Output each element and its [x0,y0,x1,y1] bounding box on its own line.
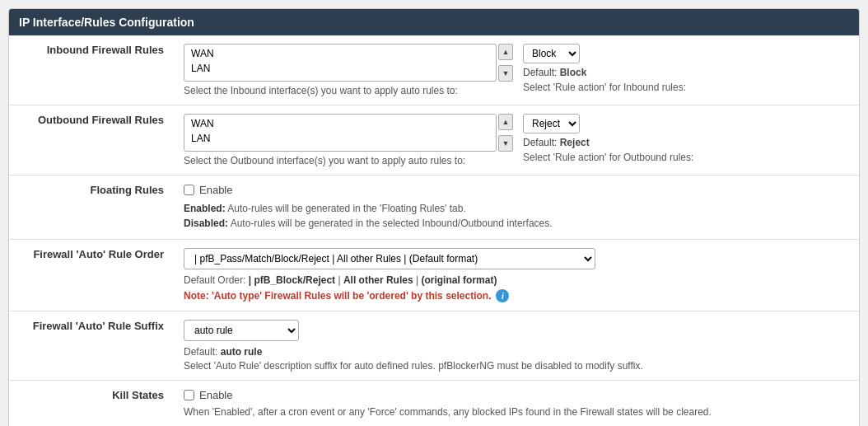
outbound-interface-select[interactable]: WAN LAN [184,114,497,152]
config-panel: IP Interface/Rules Configuration Inbound… [8,8,860,426]
rule-order-default: Default Order: | pfB_Block/Reject | All … [184,274,849,286]
outbound-default-value: Reject [560,137,590,148]
outbound-arrows: ▲ ▼ [498,114,513,152]
inbound-inner: WAN LAN ▲ ▼ Select the Inbound interface… [184,44,849,96]
floating-enabled-text: Enabled: [184,203,226,214]
outbound-scroll-down[interactable]: ▼ [498,135,513,152]
rule-suffix-desc: Select 'Auto Rule' description suffix fo… [184,360,849,372]
info-icon[interactable]: i [496,289,509,302]
outbound-desc: Select the Outbound interface(s) you wan… [184,155,513,166]
inbound-interface-select[interactable]: WAN LAN [184,44,497,82]
inbound-select-arrows: WAN LAN ▲ ▼ [184,44,513,82]
inbound-select-wrap: WAN LAN ▲ ▼ Select the Inbound interface… [184,44,513,96]
rule-suffix-label: Firewall 'Auto' Rule Suffix [9,311,174,381]
rule-order-row: Firewall 'Auto' Rule Order | pfB_Pass/Ma… [9,240,859,311]
floating-disabled-desc: Auto-rules will be generated in the sele… [231,218,553,229]
outbound-default-text: Default: Reject [523,137,693,148]
kill-states-controls: Enable When 'Enabled', after a cron even… [174,381,859,427]
inbound-action-wrap: Block Reject Pass Default: Block Select … [523,44,686,93]
floating-checkbox-row: Enable [184,184,849,196]
rule-order-default-part2: All other Rules [343,274,413,286]
outbound-scroll-up[interactable]: ▲ [498,114,513,130]
inbound-arrows: ▲ ▼ [498,44,513,82]
outbound-action-desc: Select 'Rule action' for Outbound rules: [523,152,693,163]
panel-title: IP Interface/Rules Configuration [9,9,859,35]
outbound-action-select[interactable]: Block Reject Pass [523,114,580,133]
floating-controls: Enable Enabled: Auto-rules will be gener… [174,176,859,240]
kill-states-row: Kill States Enable When 'Enabled', after… [9,381,859,427]
floating-desc: Enabled: Auto-rules will be generated in… [184,201,849,231]
rule-order-default-label: Default Order: [184,274,245,286]
inbound-default-value: Block [560,67,587,78]
rule-order-note: Note: 'Auto type' Firewall Rules will be… [184,289,849,302]
suffix-default-value: auto rule [221,346,263,358]
rule-order-default-part3: (original format) [421,274,497,286]
kill-states-checkbox-label: Enable [199,389,232,401]
config-table: Inbound Firewall Rules WAN LAN ▲ ▼ [9,35,859,426]
inbound-action-select[interactable]: Block Reject Pass [523,44,580,63]
rule-order-label: Firewall 'Auto' Rule Order [9,240,174,311]
inbound-row: Inbound Firewall Rules WAN LAN ▲ ▼ [9,35,859,105]
floating-enabled-desc: Auto-rules will be generated in the 'Flo… [227,203,465,214]
rule-suffix-row: Firewall 'Auto' Rule Suffix auto rule De… [9,311,859,381]
rule-suffix-controls: auto rule Default: auto rule Select 'Aut… [174,311,859,381]
floating-disabled-text: Disabled: [184,218,228,229]
floating-checkbox-label: Enable [199,184,232,196]
inbound-scroll-up[interactable]: ▲ [498,44,513,60]
outbound-controls: WAN LAN ▲ ▼ Select the Outbound interfac… [174,105,859,176]
outbound-row: Outbound Firewall Rules WAN LAN ▲ ▼ [9,105,859,176]
kill-states-checkbox[interactable] [184,390,194,400]
outbound-select-arrows: WAN LAN ▲ ▼ [184,114,513,152]
rule-order-note-text: Note: 'Auto type' Firewall Rules will be… [184,290,491,302]
floating-checkbox[interactable] [184,185,194,195]
inbound-default-text: Default: Block [523,67,686,78]
rule-order-default-part1: | pfB_Block/Reject [249,274,335,286]
inbound-action-desc: Select 'Rule action' for Inbound rules: [523,82,686,93]
floating-label: Floating Rules [9,176,174,240]
outbound-inner: WAN LAN ▲ ▼ Select the Outbound interfac… [184,114,849,166]
floating-row: Floating Rules Enable Enabled: Auto-rule… [9,176,859,240]
outbound-label: Outbound Firewall Rules [9,105,174,176]
rule-order-controls: | pfB_Pass/Match/Block/Reject | All othe… [174,240,859,311]
inbound-scroll-down[interactable]: ▼ [498,65,513,82]
kill-states-label: Kill States [9,381,174,427]
inbound-label: Inbound Firewall Rules [9,35,174,105]
inbound-desc: Select the Inbound interface(s) you want… [184,85,513,96]
kill-states-desc: When 'Enabled', after a cron event or an… [184,406,849,418]
rule-suffix-default: Default: auto rule [184,346,849,358]
outbound-default-label: Default: [523,137,557,148]
inbound-controls: WAN LAN ▲ ▼ Select the Inbound interface… [174,35,859,105]
rule-order-select[interactable]: | pfB_Pass/Match/Block/Reject | All othe… [184,248,595,269]
suffix-default-label: Default: [184,346,217,358]
kill-states-checkbox-row: Enable [184,389,849,401]
inbound-default-label: Default: [523,67,557,78]
outbound-action-wrap: Block Reject Pass Default: Reject Select… [523,114,693,163]
rule-suffix-select[interactable]: auto rule [184,320,299,341]
outbound-select-wrap: WAN LAN ▲ ▼ Select the Outbound interfac… [184,114,513,166]
